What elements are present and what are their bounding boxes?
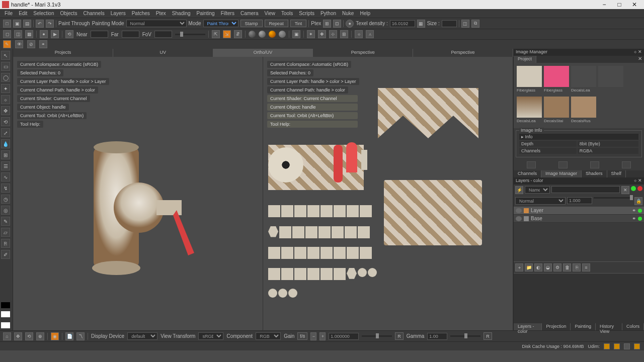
shelf-link-icon[interactable]: ⚭: [39, 40, 47, 48]
shelf-brush-icon[interactable]: ✎: [3, 40, 11, 48]
chart-icon[interactable]: 〽: [76, 332, 85, 340]
gamma-reset[interactable]: R: [484, 332, 492, 340]
menu-nuke[interactable]: Nuke: [340, 11, 356, 16]
scale-tool[interactable]: ⤢: [1, 128, 10, 137]
select-tool[interactable]: ↖: [1, 51, 10, 60]
thumb-item[interactable]: DecalsLea: [517, 97, 542, 125]
menu-tools[interactable]: Tools: [279, 11, 295, 16]
menu-edit[interactable]: Edit: [16, 11, 30, 16]
tab-shelf[interactable]: Shelf: [607, 170, 626, 177]
tab-projection[interactable]: Projection: [542, 323, 571, 330]
snap-icon-4[interactable]: ⊞: [340, 30, 348, 38]
thumb-item[interactable]: Fiberglass: [517, 66, 542, 95]
matcap-2[interactable]: [259, 31, 266, 38]
menu-scripts[interactable]: Scripts: [296, 11, 317, 16]
clone-tool[interactable]: ⎘: [1, 239, 10, 248]
snap-icon-3[interactable]: ⊹: [329, 30, 337, 38]
menu-view[interactable]: View: [262, 11, 278, 16]
filter-icon[interactable]: ⚡: [515, 186, 523, 194]
foreground-color[interactable]: [1, 302, 10, 308]
layer-item[interactable]: Base ⚭: [514, 215, 644, 223]
layout-icon-1[interactable]: ◫: [461, 20, 469, 28]
sel-icon-1[interactable]: ◻: [3, 30, 11, 38]
status-icon-1[interactable]: [604, 343, 610, 349]
menu-objects[interactable]: Objects: [58, 11, 80, 16]
gain-field[interactable]: [329, 333, 359, 340]
clock-tool[interactable]: ◷: [1, 195, 10, 204]
globe-icon[interactable]: ●: [346, 20, 354, 28]
panel-buttons[interactable]: ⟐ ✕: [634, 49, 642, 55]
tab-ortho-uv[interactable]: Ortho/UV: [213, 49, 313, 57]
menu-help[interactable]: Help: [357, 11, 373, 16]
texel-density-field[interactable]: [390, 20, 415, 27]
tab-colors[interactable]: Colors: [622, 323, 644, 330]
nav-icon-3[interactable]: ⇵: [234, 30, 242, 38]
tab-perspective-2[interactable]: Perspective: [413, 49, 513, 57]
fov-field[interactable]: [154, 31, 172, 38]
curve-tool[interactable]: ∿: [1, 172, 10, 182]
layer-link-icon[interactable]: ⚭: [632, 208, 636, 213]
mode-select[interactable]: Paint Through: [203, 20, 238, 27]
add-folder-icon[interactable]: 📁: [525, 263, 533, 272]
panel-action-3[interactable]: [590, 161, 599, 168]
tab-shaders[interactable]: Shaders: [582, 170, 607, 177]
add-proc-icon[interactable]: ⚙: [553, 263, 561, 272]
menu-selection[interactable]: Selection: [31, 11, 56, 16]
lasso-tool[interactable]: ◯: [1, 73, 10, 82]
panel-buttons[interactable]: ⟐ ✕: [634, 178, 642, 184]
lock-icon[interactable]: 🔒: [634, 197, 642, 205]
del-layer-icon[interactable]: 🗑: [563, 263, 571, 272]
misc-icon-1[interactable]: ⟐: [355, 30, 363, 38]
viewport-3d[interactable]: Current Colorspace: Automatic (sRGB) Sel…: [13, 57, 263, 330]
blend-mode-select[interactable]: Normal: [515, 197, 566, 205]
fov-slider[interactable]: [175, 34, 205, 35]
tab-channels[interactable]: Channels: [514, 170, 541, 177]
maximize-button[interactable]: □: [612, 1, 627, 8]
tab-painting[interactable]: Painting: [571, 323, 596, 330]
gamma-field[interactable]: [427, 333, 447, 340]
snap-icon-1[interactable]: ✦: [307, 30, 315, 38]
background-color[interactable]: [1, 311, 10, 317]
menu-ptex[interactable]: Ptex: [153, 11, 169, 16]
stamp-button[interactable]: Stamp: [240, 20, 263, 27]
tab-perspective-1[interactable]: Perspective: [313, 49, 413, 57]
add-layer-icon[interactable]: ＋: [515, 263, 523, 272]
ptex-icon-1[interactable]: ⊞: [323, 20, 331, 28]
ring-tool[interactable]: ◎: [1, 206, 10, 215]
display-icon[interactable]: ◉: [51, 332, 59, 340]
shelf-hide-icon[interactable]: ⊘: [27, 40, 35, 48]
menu-file[interactable]: File: [2, 11, 15, 16]
opacity-field[interactable]: [567, 197, 592, 204]
tab-project[interactable]: Project: [514, 56, 536, 63]
tab-uv[interactable]: UV: [113, 49, 213, 57]
size-icon[interactable]: ▦: [417, 20, 425, 28]
thumb-item[interactable]: DecalsRus: [571, 97, 596, 125]
menu-layers[interactable]: Layers: [108, 11, 128, 16]
panel-action-1[interactable]: [527, 161, 536, 168]
gamma-slider[interactable]: [450, 335, 480, 337]
menu-python[interactable]: Python: [318, 11, 339, 16]
near-field[interactable]: [91, 31, 108, 38]
nav-rot-icon[interactable]: ⟲: [25, 332, 33, 340]
doc-icon[interactable]: 📄: [65, 332, 73, 340]
far-field[interactable]: [122, 31, 139, 38]
more-icon[interactable]: ≡: [582, 263, 590, 272]
tint-button[interactable]: Tint: [290, 20, 307, 27]
gain-reset[interactable]: R: [395, 332, 404, 340]
new-icon[interactable]: □: [3, 20, 11, 28]
snap-icon-2[interactable]: ✚: [318, 30, 326, 38]
menu-patches[interactable]: Patches: [129, 11, 152, 16]
gain-down[interactable]: −: [310, 332, 316, 340]
menu-channels[interactable]: Channels: [80, 11, 107, 16]
visibility-icon[interactable]: [516, 208, 522, 213]
add-mask-icon[interactable]: ◐: [534, 263, 542, 272]
move-tool[interactable]: ✥: [1, 106, 10, 115]
matcap-3[interactable]: [269, 31, 276, 38]
close-button[interactable]: ✕: [627, 1, 642, 8]
layer-link-icon[interactable]: ⚭: [632, 216, 636, 221]
warp-tool[interactable]: ↯: [1, 184, 10, 193]
nav-zoom-icon[interactable]: ⊕: [36, 332, 44, 340]
layout-icon-2[interactable]: ⧉: [471, 20, 479, 28]
gain-fstop-button[interactable]: f/8: [297, 332, 307, 340]
stack-tool[interactable]: ☰: [1, 161, 10, 170]
